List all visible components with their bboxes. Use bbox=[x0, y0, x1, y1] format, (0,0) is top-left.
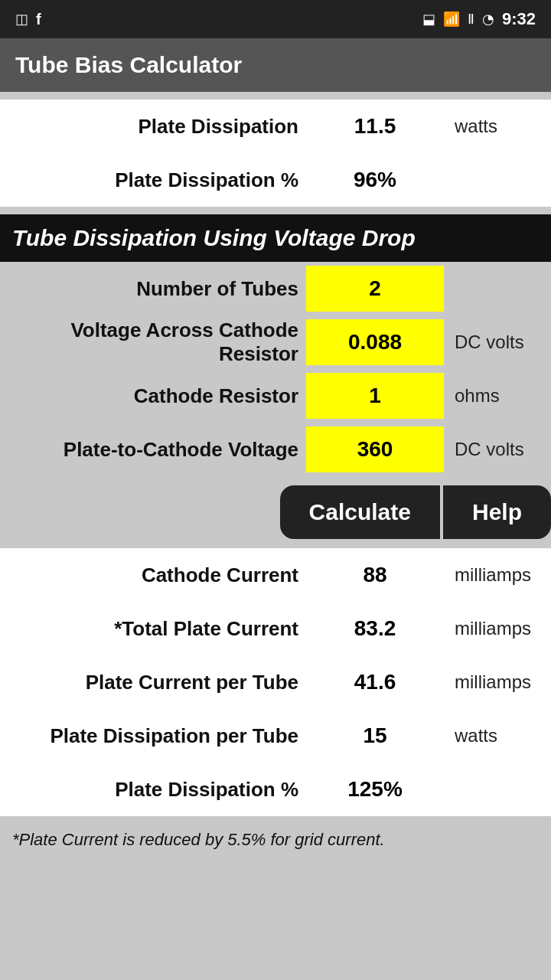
buttons-row: Calculate Help bbox=[0, 476, 551, 548]
signal-icon: Ⅱ bbox=[468, 11, 474, 28]
voltage-cathode-unit: DC volts bbox=[444, 332, 551, 353]
cathode-current-value: 88 bbox=[306, 552, 444, 598]
plate-dissipation-pct-value: 125% bbox=[306, 766, 444, 812]
plate-current-per-tube-unit: milliamps bbox=[444, 671, 551, 693]
battery-icon: ◔ bbox=[482, 11, 494, 28]
num-tubes-row: Number of Tubes 2 bbox=[0, 262, 551, 315]
plate-current-per-tube-value: 41.6 bbox=[306, 659, 444, 705]
voltage-cathode-row: Voltage Across CathodeResistor 0.088 DC … bbox=[0, 315, 551, 369]
voltage-cathode-value[interactable]: 0.088 bbox=[306, 319, 444, 365]
plate-current-per-tube-row: Plate Current per Tube 41.6 milliamps bbox=[0, 655, 551, 709]
input-section: Number of Tubes 2 Voltage Across Cathode… bbox=[0, 262, 551, 476]
footer-note: *Plate Current is reduced by 5.5% for gr… bbox=[0, 816, 551, 865]
num-tubes-label: Number of Tubes bbox=[0, 277, 306, 301]
wifi-icon: 📶 bbox=[443, 11, 460, 28]
top-plate-dissipation-pct-label: Plate Dissipation % bbox=[0, 168, 306, 192]
photo-icon: ◫ bbox=[15, 11, 28, 28]
top-partial-section: Plate Dissipation 11.5 watts Plate Dissi… bbox=[0, 92, 551, 214]
voltage-cathode-label: Voltage Across CathodeResistor bbox=[0, 318, 306, 366]
app-title: Tube Bias Calculator bbox=[15, 52, 242, 78]
cathode-resistor-unit: ohms bbox=[444, 385, 551, 407]
help-button[interactable]: Help bbox=[443, 485, 551, 539]
plate-dissipation-per-tube-row: Plate Dissipation per Tube 15 watts bbox=[0, 709, 551, 763]
top-plate-dissipation-unit: watts bbox=[444, 116, 551, 137]
top-plate-dissipation-pct-value: 96% bbox=[306, 157, 444, 203]
plate-cathode-voltage-label: Plate-to-Cathode Voltage bbox=[0, 438, 306, 462]
top-plate-dissipation-label: Plate Dissipation bbox=[0, 115, 306, 139]
status-bar: ◫ f ⬓ 📶 Ⅱ ◔ 9:32 bbox=[0, 0, 551, 38]
status-time: 9:32 bbox=[502, 9, 536, 29]
plate-cathode-voltage-value[interactable]: 360 bbox=[306, 426, 444, 472]
app-bar: Tube Bias Calculator bbox=[0, 38, 551, 92]
facebook-icon: f bbox=[36, 11, 41, 28]
plate-dissipation-pct-row: Plate Dissipation % 125% bbox=[0, 763, 551, 816]
top-plate-dissipation-value: 11.5 bbox=[306, 103, 444, 149]
plate-dissipation-pct-label: Plate Dissipation % bbox=[0, 778, 306, 802]
section-header: Tube Dissipation Using Voltage Drop bbox=[0, 214, 551, 262]
plate-dissipation-per-tube-value: 15 bbox=[306, 713, 444, 759]
top-plate-dissipation-row: Plate Dissipation 11.5 watts bbox=[0, 100, 551, 153]
total-plate-current-row: *Total Plate Current 83.2 milliamps bbox=[0, 602, 551, 655]
cathode-current-unit: milliamps bbox=[444, 564, 551, 586]
cathode-resistor-value[interactable]: 1 bbox=[306, 373, 444, 419]
top-plate-dissipation-pct-row: Plate Dissipation % 96% bbox=[0, 153, 551, 207]
cathode-current-label: Cathode Current bbox=[0, 564, 306, 587]
bluetooth-icon: ⬓ bbox=[422, 11, 435, 28]
plate-cathode-voltage-unit: DC volts bbox=[444, 439, 551, 460]
plate-cathode-voltage-row: Plate-to-Cathode Voltage 360 DC volts bbox=[0, 423, 551, 476]
section-header-text: Tube Dissipation Using Voltage Drop bbox=[12, 225, 416, 250]
total-plate-current-unit: milliamps bbox=[444, 618, 551, 639]
calculate-button[interactable]: Calculate bbox=[280, 485, 440, 539]
total-plate-current-label: *Total Plate Current bbox=[0, 617, 306, 641]
cathode-current-row: Cathode Current 88 milliamps bbox=[0, 548, 551, 602]
plate-dissipation-per-tube-unit: watts bbox=[444, 725, 551, 746]
plate-current-per-tube-label: Plate Current per Tube bbox=[0, 671, 306, 694]
num-tubes-value[interactable]: 2 bbox=[306, 266, 444, 312]
output-section: Cathode Current 88 milliamps *Total Plat… bbox=[0, 548, 551, 816]
plate-dissipation-per-tube-label: Plate Dissipation per Tube bbox=[0, 724, 306, 748]
total-plate-current-value: 83.2 bbox=[306, 606, 444, 652]
cathode-resistor-label: Cathode Resistor bbox=[0, 384, 306, 408]
cathode-resistor-row: Cathode Resistor 1 ohms bbox=[0, 369, 551, 423]
